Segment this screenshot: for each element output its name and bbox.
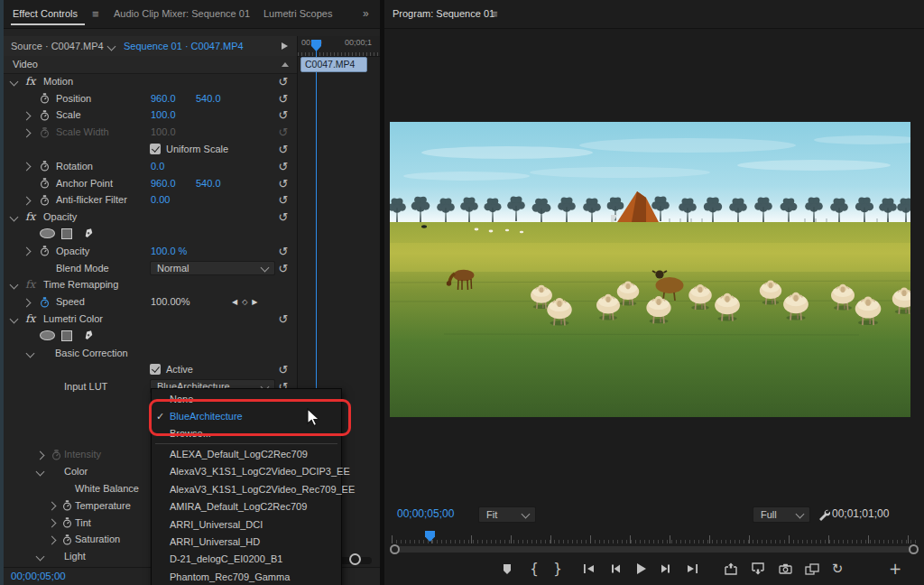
tint-twirl-icon[interactable] [48, 519, 57, 528]
lift-button[interactable] [719, 557, 743, 580]
sequence-clip-link[interactable]: Sequence 01 · C0047.MP4 [124, 36, 244, 56]
program-panel-menu-icon[interactable]: ≡ [491, 0, 498, 28]
tab-program[interactable]: Program: Sequence 01 [393, 0, 494, 28]
stopwatch-icon[interactable] [62, 517, 72, 528]
go-to-in-button[interactable] [577, 557, 600, 580]
active-reset-button[interactable]: ↺ [276, 361, 291, 378]
program-current-timecode[interactable]: 00;00;05;00 [397, 507, 454, 520]
time-remapping-twirl-icon[interactable] [10, 281, 19, 290]
uniform-scale-checkbox[interactable] [150, 144, 161, 154]
ellipse-mask-button[interactable] [40, 228, 55, 238]
stopwatch-icon[interactable] [40, 195, 50, 206]
stopwatch-icon[interactable] [40, 246, 50, 256]
position-value[interactable]: 540.0 [196, 90, 221, 107]
playhead-marker-icon[interactable] [310, 39, 322, 52]
lumetri-color-reset-button[interactable]: ↺ [276, 311, 291, 328]
extract-button[interactable] [746, 557, 770, 580]
position-value[interactable]: 960.0 [151, 90, 176, 107]
lut-menu-item[interactable]: D-21_delogC_EI0200_B1 [152, 551, 341, 568]
stopwatch-icon[interactable] [40, 110, 50, 121]
stopwatch-icon[interactable] [40, 93, 50, 104]
scrollbar-left-handle[interactable] [390, 544, 400, 554]
fx-badge-icon[interactable]: fx [25, 73, 35, 90]
scrollbar-right-handle[interactable] [909, 544, 919, 554]
program-scrollbar[interactable] [392, 546, 917, 552]
tab-lumetri-scopes[interactable]: Lumetri Scopes [263, 0, 332, 28]
ellipse-mask-button[interactable] [40, 330, 55, 340]
scale-twirl-icon[interactable] [23, 111, 32, 120]
keyframe-zoom-knob[interactable] [349, 553, 361, 565]
stopwatch-icon[interactable] [40, 127, 50, 138]
motion-reset-button[interactable]: ↺ [276, 73, 291, 90]
temperature-twirl-icon[interactable] [48, 502, 57, 511]
speed-twirl-icon[interactable] [23, 298, 32, 307]
rotation-twirl-icon[interactable] [23, 162, 32, 172]
blend-mode-dropdown[interactable]: Normal [150, 261, 275, 275]
lut-menu-item[interactable]: ARRI_Universal_DCI [152, 516, 341, 534]
opacity-twirl-icon[interactable] [23, 247, 32, 256]
stopwatch-icon[interactable] [62, 534, 72, 545]
speed-keyframe-nav[interactable]: ◀◇▶ [232, 293, 262, 311]
program-time-ruler[interactable] [392, 531, 917, 543]
program-playhead-icon[interactable] [424, 530, 436, 543]
comparison-view-button[interactable] [800, 557, 824, 580]
motion-twirl-icon[interactable] [10, 77, 19, 86]
step-back-button[interactable] [604, 557, 627, 580]
rect-mask-button[interactable] [61, 330, 72, 341]
fx-badge-icon[interactable]: fx [25, 311, 35, 328]
anchor-point-reset-button[interactable]: ↺ [276, 175, 291, 192]
multi-camera-button[interactable]: ↻ [826, 557, 849, 580]
button-editor-button[interactable]: + [883, 557, 907, 580]
speed-value[interactable]: 100.00% [151, 293, 189, 311]
lut-menu-item[interactable]: Phantom_Rec709_Gamma [152, 569, 341, 585]
opacity-reset-button[interactable]: ↺ [276, 243, 291, 260]
settings-wrench-icon[interactable] [818, 508, 830, 521]
anti-flicker-filter-twirl-icon[interactable] [23, 196, 32, 205]
clip-bar[interactable]: C0047.MP4 [300, 57, 367, 72]
anchor-point-value[interactable]: 540.0 [196, 175, 221, 192]
stopwatch-icon[interactable] [51, 450, 61, 460]
lumetri-color-twirl-icon[interactable] [10, 315, 19, 324]
step-forward-button[interactable] [654, 557, 678, 580]
active-checkbox[interactable] [150, 364, 161, 375]
opacity-value[interactable]: 100.0 % [151, 243, 187, 260]
stopwatch-icon[interactable] [40, 178, 50, 189]
lut-menu-item[interactable]: ARRI_Universal_HD [152, 534, 341, 551]
anchor-point-value[interactable]: 960.0 [151, 175, 176, 192]
color-group-twirl-icon[interactable] [36, 468, 45, 477]
program-video-frame[interactable] [390, 122, 910, 417]
stopwatch-icon[interactable] [62, 500, 72, 511]
tab-audio-clip-mixer[interactable]: Audio Clip Mixer: Sequence 01 [114, 0, 250, 28]
basic-correction-twirl-icon[interactable] [26, 348, 35, 358]
scale-value[interactable]: 100.0 [151, 107, 176, 124]
scale-width-twirl-icon[interactable] [23, 128, 32, 137]
position-reset-button[interactable]: ↺ [276, 90, 291, 107]
current-timecode[interactable]: 00;00;05;00 [11, 571, 66, 581]
scale-width-reset-button[interactable]: ↺ [276, 124, 291, 141]
intensity-twirl-icon[interactable] [36, 450, 45, 460]
tab-overflow-icon[interactable]: » [363, 0, 369, 28]
anti-flicker-filter-value[interactable]: 0.00 [151, 191, 170, 209]
fx-badge-icon[interactable]: fx [25, 276, 35, 293]
scale-reset-button[interactable]: ↺ [276, 107, 291, 124]
uniform-scale-reset-button[interactable]: ↺ [276, 141, 291, 158]
lut-menu-item[interactable]: AlexaV3_K1S1_LogC2Video_Rec709_EE [152, 481, 341, 498]
mark-out-button[interactable]: } [546, 557, 569, 580]
fit-zoom-dropdown[interactable]: Fit [478, 506, 536, 523]
chevron-down-icon[interactable] [107, 42, 116, 51]
stopwatch-icon[interactable] [40, 161, 50, 172]
export-frame-button[interactable] [773, 557, 797, 580]
light-group-twirl-icon[interactable] [36, 552, 45, 562]
rotation-reset-button[interactable]: ↺ [276, 158, 291, 175]
stopwatch-icon[interactable] [40, 297, 50, 308]
play-toggle-icon[interactable] [282, 42, 288, 50]
mark-in-button[interactable]: { [522, 557, 546, 580]
rect-mask-button[interactable] [61, 228, 72, 239]
go-to-out-button[interactable] [681, 557, 705, 580]
panel-menu-icon[interactable]: ≡ [92, 0, 99, 28]
scale-width-value[interactable]: 100.0 [151, 124, 176, 141]
blend-mode-reset-button[interactable]: ↺ [276, 260, 291, 277]
rotation-value[interactable]: 0.0 [151, 158, 164, 175]
opacity-group-twirl-icon[interactable] [10, 213, 19, 222]
lut-menu-item[interactable]: AlexaV3_K1S1_LogC2Video_DCIP3_EE [152, 463, 341, 480]
